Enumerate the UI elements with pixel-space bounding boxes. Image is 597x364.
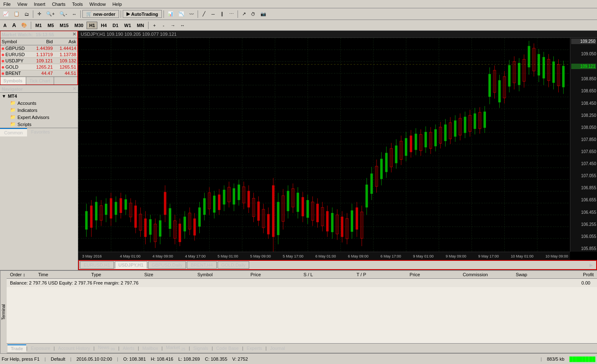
bold-text-btn[interactable]: A: [10, 21, 18, 30]
chart-tab-usdjpy[interactable]: USDJPY,H1: [115, 261, 147, 269]
mw-ask-cell: 109.132: [54, 58, 78, 64]
symbol-dot: [2, 60, 4, 62]
nav-ea-label: Expert Advisors: [17, 115, 49, 120]
th-symbol[interactable]: Symbol: [196, 272, 249, 277]
price-109250: 109.250: [571, 39, 596, 44]
th-sl[interactable]: S / L: [302, 272, 355, 277]
line-tool-btn[interactable]: ╱: [200, 10, 208, 18]
chart-tab-gold[interactable]: GOLD,Daily: [218, 261, 250, 269]
terminal-tab-market[interactable]: Market 25: [163, 344, 189, 352]
mw-tab-tick[interactable]: Tick Chart: [26, 77, 54, 84]
templates-btn[interactable]: 📋: [12, 10, 22, 18]
time-9may-17: 9 May 17:00: [478, 254, 499, 258]
menu-view[interactable]: View: [14, 2, 31, 7]
terminal-tab-codebase[interactable]: Code Base: [213, 345, 242, 352]
color-pick-btn[interactable]: 🎨: [19, 21, 29, 29]
nav-accounts[interactable]: 📁 Accounts: [0, 99, 78, 106]
terminal-tab-exposure[interactable]: Exposure: [27, 345, 53, 352]
nav-scripts[interactable]: 📁 Scripts: [0, 121, 78, 128]
mw-row[interactable]: GBPUSD1.443991.44414: [0, 45, 78, 52]
crosshair-btn[interactable]: ✛: [35, 10, 43, 18]
nav-indicators[interactable]: 📁 Indicators: [0, 106, 78, 114]
nav-tab-common[interactable]: Common: [0, 128, 27, 136]
nav-mt4[interactable]: ▼ MT4: [0, 93, 78, 99]
chart-shift-btn[interactable]: →: [168, 22, 177, 29]
th-type[interactable]: Type: [89, 272, 143, 277]
nav-close-btn[interactable]: ✕: [72, 86, 76, 92]
tf-m15[interactable]: M15: [57, 22, 71, 29]
th-order[interactable]: Order ↕: [8, 272, 37, 277]
text-tool-btn[interactable]: A: [1, 22, 9, 29]
menu-bar: File View Insert Charts Tools Window Hel…: [0, 0, 597, 8]
th-tp[interactable]: T / P: [355, 272, 408, 277]
chart-tab-scroll-right[interactable]: ▶: [587, 262, 595, 269]
fib-tool-btn[interactable]: ⋯: [227, 10, 236, 18]
terminal-tab-alerts[interactable]: Alerts: [119, 345, 138, 352]
app: File View Insert Charts Tools Window Hel…: [0, 0, 597, 364]
terminal-side-tab[interactable]: Terminal: [0, 271, 7, 353]
time-6may-9: 6 May 09:00: [348, 254, 369, 258]
th-price2[interactable]: Price: [408, 272, 461, 277]
timer-btn[interactable]: ⏱: [249, 10, 258, 18]
chart-auto-btn[interactable]: ↔: [178, 22, 187, 29]
menu-window[interactable]: Window: [86, 2, 109, 7]
zoom-in-btn[interactable]: 🔍+: [44, 10, 57, 18]
zoom-out-btn[interactable]: 🔍-: [57, 10, 69, 18]
mw-row[interactable]: EURUSD1.137191.13738: [0, 52, 78, 58]
chart-tab-eurusd[interactable]: EURUSD,H1: [80, 261, 114, 269]
chart-canvas[interactable]: 109.250 109.050 109.121 108.850 108.650 …: [78, 38, 597, 260]
menu-insert[interactable]: Insert: [30, 2, 49, 7]
scroll-btn[interactable]: ↔: [70, 10, 79, 18]
mw-close-btn[interactable]: ✕: [72, 32, 76, 37]
menu-tools[interactable]: Tools: [69, 2, 86, 7]
indicator-btn2[interactable]: 📉: [176, 10, 186, 18]
tf-h4[interactable]: H4: [98, 22, 109, 29]
th-time[interactable]: Time: [37, 272, 90, 277]
nav-tab-favorites[interactable]: Favorites: [27, 128, 54, 136]
mw-row[interactable]: BRENT44.4744.51: [0, 70, 78, 77]
zoom-out-chart-btn[interactable]: -: [159, 22, 168, 29]
nav-expert-advisors[interactable]: 📁 Expert Advisors: [0, 114, 78, 121]
tf-w1[interactable]: W1: [122, 22, 134, 29]
indicator-list-btn[interactable]: 📊: [166, 10, 176, 18]
terminal-tab-journal[interactable]: Journal: [267, 345, 288, 352]
new-order-btn[interactable]: 🛒 new-order: [82, 10, 119, 18]
new-chart-btn[interactable]: 📈: [1, 10, 11, 18]
terminal-tab-account-history[interactable]: Account History: [55, 345, 94, 352]
tf-m5[interactable]: M5: [45, 22, 56, 29]
terminal-tab-mailbox[interactable]: Mailbox: [139, 345, 161, 352]
mw-row[interactable]: GOLD1265.211265.51: [0, 64, 78, 70]
th-commission[interactable]: Commission: [461, 272, 514, 277]
tf-h1[interactable]: H1: [87, 22, 97, 29]
hline-tool-btn[interactable]: ─: [209, 10, 217, 18]
svg-rect-230: [562, 66, 565, 87]
th-price1[interactable]: Price: [249, 272, 302, 277]
indicator-btn3[interactable]: 〰: [187, 10, 196, 18]
menu-help[interactable]: Help: [109, 2, 125, 7]
tf-m30[interactable]: M30: [72, 22, 86, 29]
channel-tool-btn[interactable]: ∥: [218, 10, 226, 18]
th-profit[interactable]: Profit: [567, 272, 595, 277]
terminal-tab-signals[interactable]: Signals: [190, 345, 212, 352]
chart-header-text: USDJPY,H1 109.190 109.205 109.077 109.12…: [81, 32, 176, 37]
screenshot-btn[interactable]: 📷: [258, 10, 268, 18]
mw-row[interactable]: USDJPY109.121109.132: [0, 58, 78, 64]
terminal-tab-experts[interactable]: Experts: [243, 345, 265, 352]
terminal-tab-trade[interactable]: Trade: [7, 344, 26, 352]
profiles-btn[interactable]: 🗂: [22, 10, 31, 18]
time-6may-17: 6 May 17:00: [381, 254, 401, 258]
tf-m1[interactable]: M1: [33, 22, 44, 29]
th-swap[interactable]: Swap: [514, 272, 567, 277]
tf-d1[interactable]: D1: [110, 22, 121, 29]
chart-tab-brent[interactable]: BRENT,H4: [187, 261, 216, 269]
autotrading-btn[interactable]: ▶ AutoTrading: [123, 10, 162, 18]
zoom-in-chart-btn[interactable]: +: [150, 22, 159, 29]
menu-file[interactable]: File: [0, 2, 14, 7]
th-size[interactable]: Size: [143, 272, 196, 277]
menu-charts[interactable]: Charts: [49, 2, 69, 7]
chart-tab-gbpusd[interactable]: GBPUSD,Daily: [148, 261, 186, 269]
tf-mn[interactable]: MN: [134, 22, 146, 29]
arrow-tool-btn[interactable]: ↗: [240, 10, 248, 18]
mw-tab-symbols[interactable]: Symbols: [0, 77, 26, 84]
terminal-tab-news[interactable]: News 99: [94, 344, 118, 352]
